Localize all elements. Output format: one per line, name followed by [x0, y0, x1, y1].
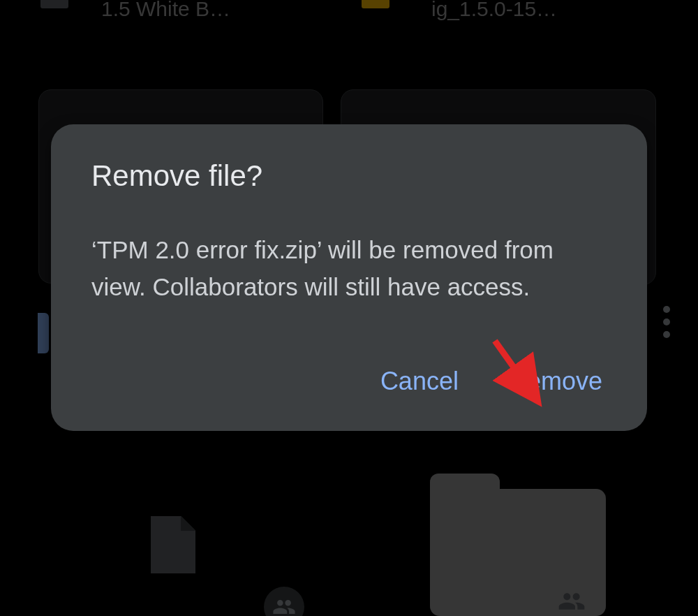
modal-overlay: Remove file? ‘TPM 2.0 error fix.zip’ wil… — [0, 0, 698, 616]
remove-button[interactable]: Remove — [505, 361, 607, 402]
remove-file-dialog: Remove file? ‘TPM 2.0 error fix.zip’ wil… — [51, 124, 647, 431]
dialog-message: ‘TPM 2.0 error fix.zip’ will be removed … — [91, 232, 607, 305]
cancel-button[interactable]: Cancel — [376, 361, 463, 402]
dialog-actions: Cancel Remove — [91, 361, 607, 402]
dialog-title: Remove file? — [91, 159, 607, 193]
